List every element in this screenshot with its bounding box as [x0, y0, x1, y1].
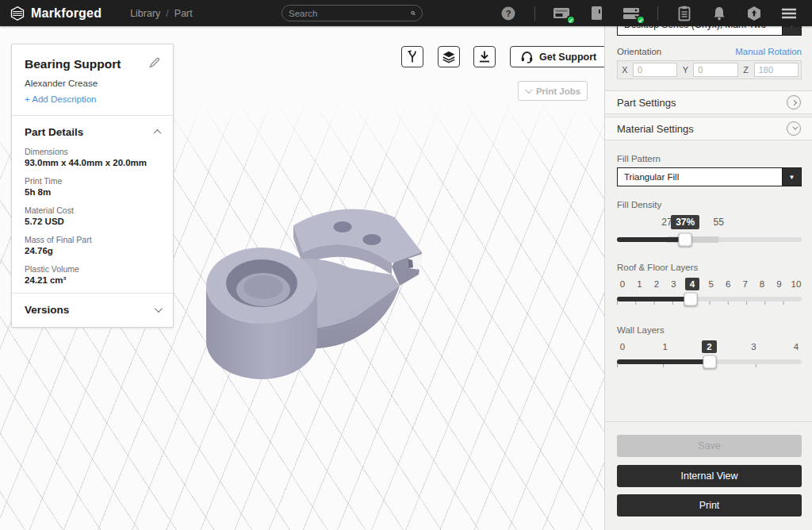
tick-label: 5 [706, 279, 717, 289]
fill-pattern-dropdown[interactable]: Triangular Fill ▼ [617, 167, 802, 186]
version-fork-button[interactable] [401, 46, 423, 67]
save-button[interactable]: Save [617, 435, 802, 457]
print-jobs-button[interactable]: Print Jobs [518, 81, 588, 101]
download-button[interactable] [473, 46, 496, 67]
markforged-hex-icon [10, 6, 25, 21]
material-settings-section[interactable]: Material Settings [605, 117, 812, 140]
tick-label: 0 [617, 342, 628, 351]
breadcrumb-separator: / [166, 8, 168, 19]
part-model-bearing-support[interactable] [167, 190, 436, 389]
versions-header[interactable]: Versions [25, 304, 160, 316]
breadcrumb-library[interactable]: Library [130, 8, 160, 19]
logo-text: Markforged [31, 6, 102, 21]
add-description-link[interactable]: + Add Description [25, 94, 160, 104]
wall-tick-labels: 01234 [617, 339, 802, 355]
chevron-up-icon [154, 129, 162, 137]
download-icon [478, 50, 491, 63]
search-input[interactable] [289, 9, 411, 18]
manual-rotation-link[interactable]: Manual Rotation [735, 47, 802, 56]
print-button[interactable]: Print [617, 494, 802, 517]
part-details-header[interactable]: Part Details [25, 126, 160, 138]
tick-label: 7 [740, 279, 751, 289]
fill-density-handle[interactable] [679, 233, 692, 247]
topbar-icon-group: ? [500, 0, 798, 26]
print-queue-clipboard-icon[interactable] [676, 5, 693, 22]
orientation-label: Orientation [617, 47, 661, 56]
fill-density-value-badge: 37% [671, 215, 699, 229]
topbar-divider [657, 6, 658, 21]
fill-density-track[interactable] [617, 237, 802, 242]
axis-y-input[interactable] [693, 63, 737, 77]
get-support-label: Get Support [539, 52, 596, 63]
top-navigation-bar: Markforged Library / Part ? [0, 0, 812, 26]
fill-density-fill [617, 237, 685, 242]
tick-label: 4 [685, 278, 699, 290]
layers-cube-icon [442, 50, 456, 64]
chevron-down-icon [525, 86, 533, 94]
divider [605, 421, 812, 422]
tick-label: 6 [722, 279, 733, 289]
svg-text:?: ? [506, 9, 511, 18]
tick-label: 1 [634, 279, 645, 289]
fill-density-slider[interactable]: 27 37% 55 [617, 215, 802, 242]
detail-dimensions: Dimensions 93.0mm x 44.0mm x 20.0mm [25, 147, 160, 167]
updates-hexagon-icon[interactable] [745, 5, 763, 22]
fill-pattern-value: Triangular Fill [618, 172, 782, 182]
internal-view-button[interactable]: Internal View [617, 465, 802, 487]
roof-floor-slider[interactable]: 012345678910 [617, 276, 802, 305]
axis-x-input[interactable] [633, 63, 677, 77]
part-settings-section[interactable]: Part Settings [605, 90, 812, 114]
detail-print-time: Print Time 5h 8m [25, 176, 160, 197]
roof-floor-label: Roof & Floor Layers [617, 263, 698, 272]
wall-track[interactable] [617, 359, 802, 364]
tick-label: 3 [748, 342, 759, 351]
tick-label: 4 [791, 342, 802, 351]
fork-icon [406, 50, 419, 63]
markforged-logo[interactable]: Markforged [10, 6, 102, 21]
headset-icon [520, 51, 534, 63]
print-system-icon[interactable] [622, 5, 640, 22]
edit-pencil-icon[interactable] [149, 57, 160, 68]
roof-floor-handle[interactable] [684, 293, 698, 306]
tick-label: 10 [791, 279, 802, 289]
dropdown-caret-icon[interactable]: ▼ [782, 168, 801, 186]
settings-panel: Desktop Series (Onyx), Mark Two ▼ Orient… [604, 26, 812, 530]
print-jobs-label: Print Jobs [536, 86, 580, 96]
hamburger-menu-icon[interactable] [780, 5, 798, 22]
wall-layers-slider[interactable]: 01234 [617, 339, 802, 367]
printer-status-icon[interactable] [553, 5, 570, 22]
breadcrumb-part: Part [174, 8, 193, 19]
wall-layers-label: Wall Layers [617, 325, 665, 335]
search-bar[interactable] [282, 5, 423, 21]
detail-mass: Mass of Final Part 24.76g [25, 235, 160, 255]
wall-fill [617, 359, 710, 364]
axis-z-input[interactable] [754, 63, 799, 77]
detail-plastic-volume: Plastic Volume 24.21 cm³ [25, 264, 160, 285]
topbar-divider [534, 6, 535, 21]
wall-handle[interactable] [703, 355, 716, 369]
part-title: Bearing Support [25, 57, 121, 71]
layer-view-button[interactable] [438, 46, 460, 67]
notifications-bell-icon[interactable] [710, 5, 728, 22]
fill-density-label: Fill Density [617, 200, 661, 209]
help-icon[interactable]: ? [500, 5, 517, 22]
orientation-xyz-row: X Y Z [617, 60, 802, 79]
axis-y: Y [680, 63, 737, 77]
breadcrumb: Library / Part [130, 8, 193, 19]
tick-label: 2 [651, 279, 662, 289]
search-icon[interactable] [411, 8, 416, 18]
get-support-button[interactable]: Get Support [510, 46, 607, 67]
part-info-card: Bearing Support Alexander Crease + Add D… [11, 44, 174, 328]
tick-label: 8 [756, 279, 768, 289]
roof-floor-fill [617, 297, 691, 301]
material-drybox-icon[interactable] [588, 5, 605, 22]
chevron-right-circle-icon [787, 95, 801, 109]
chevron-down-icon [155, 305, 163, 313]
tick-label: 0 [617, 279, 628, 289]
axis-x: X [620, 63, 677, 77]
tick-label: 1 [660, 342, 671, 351]
axis-z: Z [741, 63, 799, 77]
roof-floor-track[interactable] [617, 297, 802, 301]
printer-ok-badge [566, 15, 576, 25]
tick-label: 2 [702, 340, 716, 353]
